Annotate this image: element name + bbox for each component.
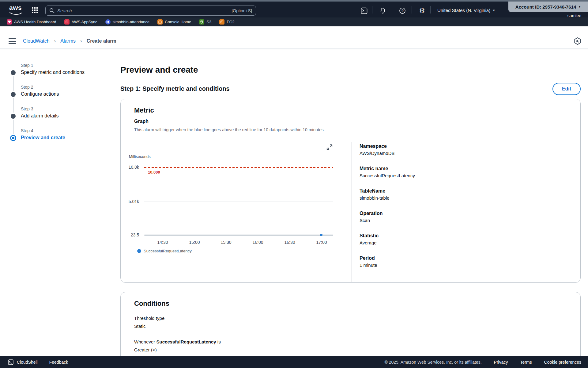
chart-unit-label: Milliseconds xyxy=(129,154,151,159)
gridline xyxy=(144,201,333,201)
chevron-down-icon: ▼ xyxy=(492,9,495,12)
appsync-icon xyxy=(64,19,70,25)
chart-legend[interactable]: SuccessfulRequestLatency xyxy=(137,249,192,253)
side-nav-menu-icon[interactable] xyxy=(9,38,16,44)
cookie-preferences-link[interactable]: Cookie preferences xyxy=(544,360,581,365)
aws-logo[interactable]: aws xyxy=(9,4,23,15)
x-tick: 15:30 xyxy=(217,240,235,245)
graph-description: This alarm will trigger when the blue li… xyxy=(134,127,325,132)
step-2-title: Configure actions xyxy=(21,91,113,97)
step-3-title: Add alarm details xyxy=(21,113,113,119)
header-divider xyxy=(392,6,392,13)
step-3-label: Step 3 xyxy=(21,106,113,111)
breadcrumb-cloudwatch-link[interactable]: CloudWatch xyxy=(23,38,50,44)
y-tick-min: 23.5 xyxy=(123,232,139,237)
console-home-icon xyxy=(157,19,163,25)
step-2-label: Step 2 xyxy=(21,85,113,90)
console-header: aws [Option+S] ? ⚙ United States (N. xyxy=(0,2,588,17)
breadcrumb-alarms-link[interactable]: Alarms xyxy=(60,38,76,44)
bookmarks-bar: AWS Health Dashboard AWS AppSync slmobbi… xyxy=(0,17,588,26)
cloudshell-link[interactable]: CloudShell xyxy=(17,360,38,365)
attendance-app-icon xyxy=(105,19,111,25)
threshold-line xyxy=(144,167,333,168)
series-datapoint[interactable] xyxy=(320,234,322,236)
x-tick: 15:00 xyxy=(186,240,203,245)
card-divider xyxy=(351,142,352,282)
edit-button[interactable]: Edit xyxy=(552,83,581,95)
step-3-item[interactable]: Step 3 Add alarm details xyxy=(21,106,113,119)
search-icon xyxy=(49,8,55,13)
breadcrumb-bar xyxy=(0,26,588,49)
chevron-down-icon: ▼ xyxy=(578,5,581,8)
aws-logo-text: aws xyxy=(9,4,23,11)
legend-label: SuccessfulRequestLatency xyxy=(144,249,192,253)
step-1-title: Specify metric and conditions xyxy=(21,70,113,75)
chevron-right-icon: › xyxy=(54,38,56,44)
chevron-right-icon: › xyxy=(80,38,82,44)
aws-smile-icon xyxy=(9,12,23,15)
step-3-dot xyxy=(11,114,16,119)
threshold-type-value: Static xyxy=(134,324,146,329)
svg-text:?: ? xyxy=(401,9,404,13)
detail-namespace: Namespace AWS/DynamoDB xyxy=(360,144,543,156)
metric-card: Metric Graph This alarm will trigger whe… xyxy=(120,99,581,283)
global-search[interactable]: [Option+S] xyxy=(45,6,256,16)
bookmark-aws-health-dashboard[interactable]: AWS Health Dashboard xyxy=(7,19,56,25)
notifications-bell-icon[interactable] xyxy=(379,7,387,15)
privacy-link[interactable]: Privacy xyxy=(494,360,508,365)
cloudshell-icon[interactable] xyxy=(360,7,368,15)
whenever-metric-name: SuccessfulRequestLatency xyxy=(156,339,216,344)
terms-link[interactable]: Terms xyxy=(520,360,532,365)
detail-statistic: Statistic Average xyxy=(360,233,543,245)
threshold-value-label: 10,000 xyxy=(148,170,160,174)
step-4-item-active[interactable]: Step 4 Preview and create xyxy=(21,128,113,140)
header-divider xyxy=(29,6,29,13)
step-2-dot xyxy=(11,92,16,97)
console-footer: CloudShell Feedback © 2025, Amazon Web S… xyxy=(0,356,588,368)
metric-card-title: Metric xyxy=(134,106,154,114)
step-connector xyxy=(13,76,13,91)
search-shortcut: [Option+S] xyxy=(232,8,252,13)
threshold-type-label: Threshold type xyxy=(134,316,164,321)
breadcrumb-current: Create alarm xyxy=(87,38,116,44)
graph-label: Graph xyxy=(134,119,149,124)
account-id-label: Account ID: 2957-9346-7614 xyxy=(515,4,576,10)
x-tick: 14:30 xyxy=(154,240,171,245)
help-icon[interactable]: ? xyxy=(398,7,406,15)
bookmark-aws-appsync[interactable]: AWS AppSync xyxy=(64,19,97,25)
bookmark-ec2[interactable]: EC2 xyxy=(219,19,234,25)
detail-period: Period 1 minute xyxy=(360,255,543,268)
feedback-link[interactable]: Feedback xyxy=(49,360,68,365)
breadcrumb: CloudWatch › Alarms › Create alarm xyxy=(23,38,116,44)
settings-gear-icon[interactable]: ⚙ xyxy=(418,7,426,15)
y-tick-5k: 5.01k xyxy=(123,199,139,204)
header-divider xyxy=(430,6,431,13)
detail-operation: Operation Scan xyxy=(360,211,543,223)
search-input[interactable] xyxy=(57,8,232,13)
step-connector xyxy=(13,120,13,134)
bookmark-console-home[interactable]: Console Home xyxy=(157,19,191,25)
step-2-item[interactable]: Step 2 Configure actions xyxy=(21,85,113,97)
x-tick: 16:00 xyxy=(249,240,266,245)
account-menu[interactable]: Account ID: 2957-9346-7614 ▼ xyxy=(508,2,588,12)
step-connector xyxy=(13,98,13,113)
cloudshell-icon[interactable] xyxy=(8,359,14,365)
x-axis-line xyxy=(144,235,333,236)
step-4-label: Step 4 xyxy=(21,128,113,133)
legend-swatch xyxy=(137,249,141,253)
aws-console-page: aws [Option+S] ? ⚙ United States (N. xyxy=(0,0,588,368)
metric-details: Namespace AWS/DynamoDB Metric name Succe… xyxy=(360,144,543,268)
step-1-item[interactable]: Step 1 Specify metric and conditions xyxy=(21,63,113,75)
region-selector[interactable]: United States (N. Virginia) ▼ xyxy=(437,8,495,13)
ec2-icon xyxy=(219,19,224,25)
services-grid-icon[interactable] xyxy=(32,7,38,14)
step-4-title: Preview and create xyxy=(21,135,113,140)
section-1-title: Step 1: Specify metric and conditions xyxy=(120,85,230,92)
x-tick: 16:30 xyxy=(281,240,298,245)
header-divider xyxy=(412,6,412,13)
amazon-q-icon[interactable] xyxy=(573,37,582,47)
expand-chart-icon[interactable] xyxy=(325,143,334,152)
bookmark-s3[interactable]: S3 xyxy=(199,19,211,25)
detail-metric-name: Metric name SuccessfulRequestLatency xyxy=(360,166,543,178)
bookmark-slmobbin-attendance[interactable]: slmobbin-attendance xyxy=(105,19,150,25)
